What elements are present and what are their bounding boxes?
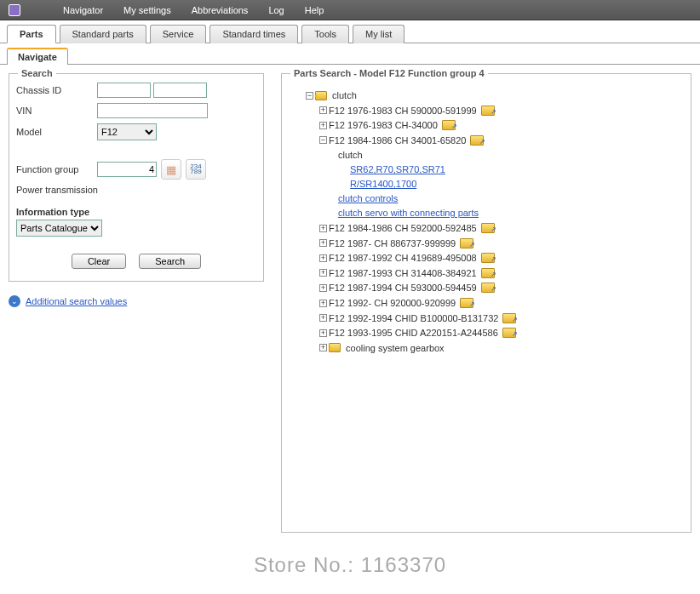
tab-service[interactable]: Service xyxy=(150,25,207,43)
tree-expand-icon[interactable]: + xyxy=(319,300,327,307)
tree-node[interactable]: F12 1987-1993 CH 314408-384921 xyxy=(329,267,477,277)
numpad-picker-icon[interactable]: 234789 xyxy=(186,159,206,180)
top-menu-abbreviations[interactable]: Abbreviations xyxy=(192,5,249,15)
tree-subheading: clutch xyxy=(338,150,363,160)
info-type-select[interactable]: Parts Catalogue xyxy=(16,220,102,237)
tree-expand-icon[interactable]: + xyxy=(319,254,327,262)
vin-label: VIN xyxy=(16,106,97,116)
tree-node[interactable]: F12 1984-1986 CH 592000-592485 xyxy=(329,223,477,233)
folder-link-icon[interactable] xyxy=(502,328,516,338)
tree-link[interactable]: clutch controls xyxy=(338,193,398,203)
tree-expand-icon[interactable]: + xyxy=(319,284,327,292)
folder-link-icon[interactable] xyxy=(481,283,495,293)
search-legend: Search xyxy=(18,68,56,78)
top-menu-my-settings[interactable]: My settings xyxy=(123,5,171,15)
clear-button[interactable]: Clear xyxy=(72,254,126,269)
tree-node[interactable]: F12 1976-1983 CH 590000-591999 xyxy=(329,105,477,115)
tree-node[interactable]: F12 1987- CH 886737-999999 xyxy=(329,237,456,248)
tab-parts[interactable]: Parts xyxy=(7,25,56,43)
top-menu-bar: NavigatorMy settingsAbbreviationsLogHelp xyxy=(0,0,700,20)
sub-tabs: Navigate xyxy=(0,47,700,65)
tree-collapse-icon[interactable]: − xyxy=(306,92,313,100)
search-button[interactable]: Search xyxy=(139,254,201,269)
info-type-label: Information type xyxy=(16,207,256,217)
calendar-picker-icon[interactable]: ▦ xyxy=(161,159,181,180)
tree-node[interactable]: F12 1992-1994 CHID B100000-B131732 xyxy=(329,312,498,323)
subtab-navigate[interactable]: Navigate xyxy=(7,48,68,65)
tree-node[interactable]: F12 1992- CH 920000-920999 xyxy=(329,298,456,308)
additional-search-values-link[interactable]: Additional search values xyxy=(26,296,127,306)
tree-link[interactable]: SR62,R70,SR70,SR71 xyxy=(350,164,445,174)
folder-icon xyxy=(329,343,341,352)
tree-root[interactable]: clutch xyxy=(332,90,357,100)
tree-expand-icon[interactable]: + xyxy=(319,122,327,129)
search-panel: Search Chassis ID VIN Model F12 Function… xyxy=(9,73,264,282)
folder-link-icon[interactable] xyxy=(481,268,495,278)
tab-standard-parts[interactable]: Standard parts xyxy=(60,25,146,43)
tree-expand-icon[interactable]: + xyxy=(319,344,327,351)
tree-expand-icon[interactable]: + xyxy=(319,225,327,232)
tree-expand-icon[interactable]: + xyxy=(319,329,327,337)
tree-node[interactable]: F12 1987-1994 CH 593000-594459 xyxy=(329,283,477,293)
folder-link-icon[interactable] xyxy=(460,298,473,308)
folder-link-icon[interactable] xyxy=(481,253,495,263)
chassis-id-input-b[interactable] xyxy=(153,83,207,98)
tree-expand-icon[interactable]: + xyxy=(319,106,327,114)
tree-expand-icon[interactable]: − xyxy=(319,136,327,144)
tree-expand-icon[interactable]: + xyxy=(319,314,327,322)
folder-link-icon[interactable] xyxy=(502,313,516,323)
tree-link[interactable]: clutch servo with connecting parts xyxy=(338,208,479,218)
folder-link-icon[interactable] xyxy=(460,238,473,248)
top-menu-help[interactable]: Help xyxy=(305,5,324,15)
folder-link-icon[interactable] xyxy=(442,120,456,130)
main-tabs: PartsStandard partsServiceStandard times… xyxy=(0,24,700,43)
app-logo-icon xyxy=(9,4,20,16)
folder-icon xyxy=(315,91,327,100)
tree-node[interactable]: cooling system gearbox xyxy=(346,342,445,352)
tab-standard-times[interactable]: Standard times xyxy=(209,25,298,43)
tree-link[interactable]: R/SR1400,1700 xyxy=(350,179,416,189)
tree-node[interactable]: F12 1984-1986 CH 34001-65820 xyxy=(329,134,466,145)
tree-node[interactable]: F12 1993-1995 CHID A220151-A244586 xyxy=(329,328,498,338)
function-group-label: Function group xyxy=(16,164,97,174)
parts-search-title: Parts Search - Model F12 Function group … xyxy=(290,68,488,78)
expand-chevron-icon[interactable]: ⌄ xyxy=(9,295,20,307)
vin-input[interactable] xyxy=(97,103,208,118)
parts-search-panel: Parts Search - Model F12 Function group … xyxy=(281,73,691,533)
function-group-input[interactable] xyxy=(97,162,157,177)
model-label: Model xyxy=(16,127,97,137)
folder-link-icon[interactable] xyxy=(470,135,484,146)
folder-link-icon[interactable] xyxy=(481,223,495,233)
chassis-label: Chassis ID xyxy=(16,85,97,95)
folder-link-icon[interactable] xyxy=(481,106,495,116)
parts-tree: − clutch+F12 1976-1983 CH 590000-591999+… xyxy=(289,83,684,358)
tree-node[interactable]: F12 1976-1983 CH-34000 xyxy=(329,120,438,130)
top-menu-log[interactable]: Log xyxy=(268,5,284,15)
chassis-id-input-a[interactable] xyxy=(97,83,151,98)
tree-expand-icon[interactable]: + xyxy=(319,239,327,247)
top-menu-navigator[interactable]: Navigator xyxy=(63,5,103,15)
tab-tools[interactable]: Tools xyxy=(301,25,349,43)
function-group-description: Power transmission xyxy=(16,185,256,195)
tab-my-list[interactable]: My list xyxy=(353,25,405,43)
tree-expand-icon[interactable]: + xyxy=(319,269,327,277)
model-select[interactable]: F12 xyxy=(97,123,157,140)
tree-node[interactable]: F12 1987-1992 CH 419689-495008 xyxy=(329,253,477,263)
